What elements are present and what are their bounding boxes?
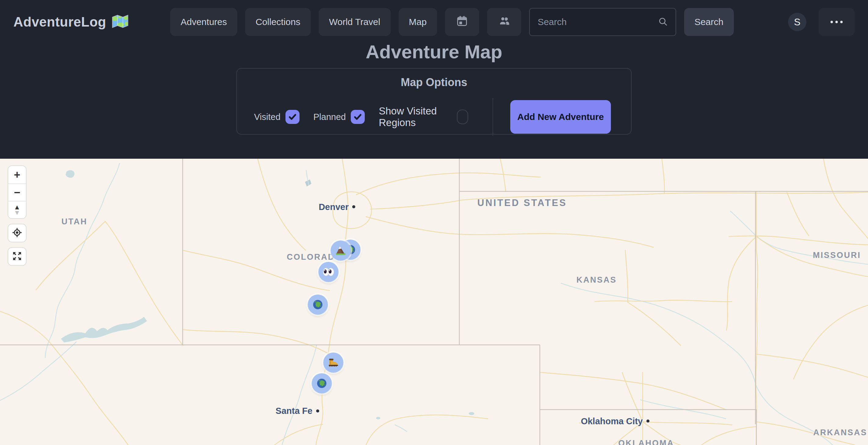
boot-emoji-icon (327, 356, 340, 369)
add-new-adventure-button[interactable]: Add New Adventure (510, 100, 611, 134)
lakes (61, 170, 474, 419)
state-label-kansas: KANSAS (577, 275, 617, 285)
calendar-button[interactable] (445, 8, 479, 36)
checkbox-show-visited-regions[interactable] (457, 110, 468, 124)
toggle-label: Visited (254, 112, 281, 122)
toggle-label: Show Visited Regions (379, 105, 452, 128)
eyes-emoji-icon (322, 266, 335, 278)
toggle-visited: Visited (254, 110, 300, 124)
state-label-arkansas: ARKANSAS (813, 428, 867, 437)
check-icon (288, 112, 297, 121)
pitch-icon: ▲▼ (14, 205, 21, 215)
map-canvas[interactable] (0, 159, 868, 445)
geolocate-control[interactable] (8, 224, 27, 242)
city-label-denver: Denver (319, 202, 355, 212)
navbar: AdventureLog AdventuresCollectionsWorld … (0, 0, 868, 36)
check-icon (353, 112, 362, 121)
marker-globe[interactable] (312, 373, 332, 393)
marker-eyes[interactable] (318, 262, 339, 282)
mountain-emoji-icon (334, 244, 347, 257)
map-options-card: Map Options VisitedPlannedShow Visited R… (236, 68, 632, 135)
search-button[interactable]: Search (684, 8, 734, 36)
globe-emoji-icon (315, 377, 328, 390)
brand[interactable]: AdventureLog (13, 14, 129, 30)
fullscreen-icon (11, 250, 23, 263)
navbar-right: S (788, 8, 855, 36)
toggle-label: Planned (313, 112, 346, 122)
city-dot (316, 409, 319, 412)
toggles: VisitedPlannedShow Visited Regions (254, 105, 482, 128)
nav-item-world-travel[interactable]: World Travel (319, 8, 391, 36)
zoom-control: + − ▲▼ (8, 166, 27, 219)
avatar[interactable]: S (788, 13, 806, 31)
primary-nav: AdventuresCollectionsWorld TravelMap (170, 8, 437, 36)
state-label-missouri: MISSOURI (813, 250, 861, 260)
marker-boot[interactable] (323, 353, 343, 373)
checkbox-planned[interactable] (351, 110, 365, 124)
adventure-map[interactable]: UTAHCOLORADOUNITED STATESKANSASMISSOURIA… (0, 159, 868, 445)
city-name: Denver (319, 202, 349, 212)
toggle-planned: Planned (313, 110, 365, 124)
checkbox-visited[interactable] (285, 110, 300, 124)
overflow-menu-button[interactable] (818, 8, 855, 36)
city-label-santa-fe: Santa Fe (276, 406, 319, 416)
fullscreen-control[interactable] (8, 247, 27, 266)
zoom-out-button[interactable]: − (8, 183, 26, 201)
geolocate-icon (11, 227, 23, 240)
nav-item-map[interactable]: Map (399, 8, 437, 36)
city-name: Santa Fe (276, 406, 313, 416)
globe-emoji-icon (311, 298, 324, 311)
toggle-show-visited-regions: Show Visited Regions (379, 105, 468, 128)
map-controls: + − ▲▼ (8, 166, 27, 266)
ellipsis-icon (831, 21, 843, 23)
marker-globe[interactable] (308, 295, 328, 315)
city-name: Oklahoma City (581, 416, 643, 426)
brand-name: AdventureLog (13, 14, 106, 30)
map-options-row: VisitedPlannedShow Visited Regions Add N… (237, 98, 631, 136)
users-icon (498, 15, 510, 29)
city-dot (646, 420, 649, 423)
nav-item-collections[interactable]: Collections (245, 8, 311, 36)
header-section: AdventureLog AdventuresCollectionsWorld … (0, 0, 868, 159)
search-wrap (529, 8, 676, 36)
state-label-utah: UTAH (61, 217, 87, 226)
nav-item-adventures[interactable]: Adventures (170, 8, 237, 36)
calendar-icon (456, 15, 468, 29)
state-borders (0, 159, 868, 445)
rivers (0, 163, 868, 445)
options-divider (493, 98, 493, 136)
marker-mountain[interactable] (331, 240, 351, 261)
zoom-in-button[interactable]: + (8, 166, 26, 183)
city-dot (352, 205, 355, 208)
state-label-united-states: UNITED STATES (477, 198, 567, 208)
city-label-oklahoma-city: Oklahoma City (581, 416, 649, 426)
search-input[interactable] (529, 8, 676, 36)
folded-map-icon (112, 14, 129, 30)
pitch-toggle-button[interactable]: ▲▼ (8, 201, 26, 218)
state-label-oklahoma: OKLAHOMA (618, 439, 674, 445)
search-icon (657, 16, 670, 29)
roads (0, 159, 868, 445)
map-options-title: Map Options (237, 76, 631, 89)
users-button[interactable] (487, 8, 521, 36)
page-title: Adventure Map (0, 41, 868, 63)
